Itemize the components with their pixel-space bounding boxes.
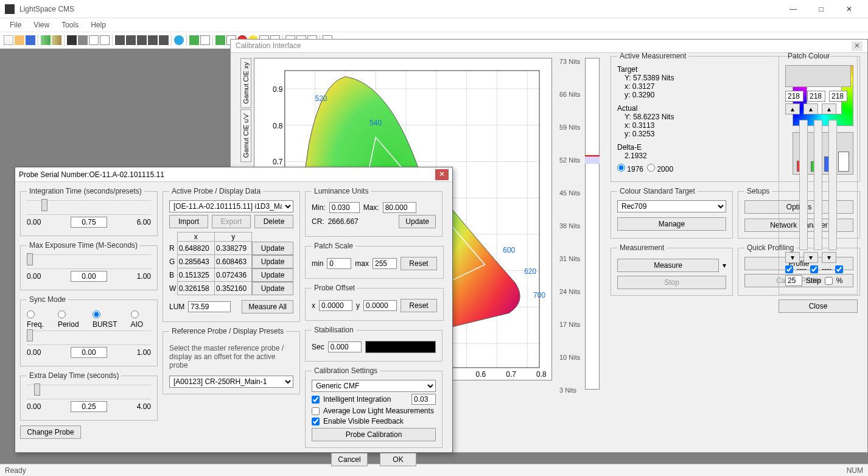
po-y[interactable] [363, 300, 397, 311]
extra-value[interactable] [71, 401, 107, 412]
slider-r[interactable] [799, 120, 808, 250]
sync-aio[interactable]: AIO [131, 310, 152, 329]
cmf-select[interactable]: Generic CMF [312, 380, 436, 392]
patch-r-input[interactable] [785, 91, 803, 102]
square-icon[interactable] [89, 35, 99, 45]
link-r[interactable] [785, 265, 793, 273]
info-icon[interactable] [174, 35, 184, 45]
patch-scale-group: Patch Scale min max Reset [305, 242, 444, 279]
delete-button[interactable]: Delete [254, 215, 293, 228]
sync-burst[interactable]: BURST [93, 310, 125, 329]
ps-reset-button[interactable]: Reset [401, 257, 437, 270]
tab-gamut-uv[interactable]: Gamut CIE u'v' [240, 109, 251, 162]
new-icon[interactable] [4, 35, 13, 45]
ps-min[interactable] [327, 258, 351, 269]
b-up-button[interactable]: ▴ [822, 103, 836, 114]
sync-freq[interactable]: Freq. [27, 310, 52, 329]
radio-1976[interactable]: 1976 [617, 164, 643, 173]
avg-check[interactable] [312, 407, 320, 415]
probe-close-button[interactable]: ✕ [435, 169, 449, 180]
maximize-button[interactable]: □ [807, 0, 835, 18]
r-down-button[interactable]: ▾ [785, 252, 800, 263]
extra-slider[interactable] [27, 385, 151, 399]
bw-icon[interactable] [67, 35, 77, 45]
calib-close-button[interactable]: ✕ [852, 41, 863, 51]
patch-b-input[interactable] [829, 91, 847, 102]
update-w-button[interactable]: Update [252, 282, 293, 295]
tool-e-icon[interactable] [159, 35, 169, 45]
minimize-button[interactable]: — [779, 0, 807, 18]
maxexp-slider[interactable] [27, 254, 151, 269]
link-b[interactable] [835, 265, 843, 273]
save-icon[interactable] [26, 35, 35, 45]
integ-slider[interactable] [27, 200, 151, 215]
matrix-icon[interactable] [200, 35, 210, 45]
update-g-button[interactable]: Update [252, 255, 293, 268]
tool-c-icon[interactable] [137, 35, 147, 45]
pct-check[interactable] [825, 277, 833, 285]
g-up-button[interactable]: ▴ [803, 103, 818, 114]
apd-combo[interactable]: [OE-11.A-02.101115.11] i1D3_Main-1 [169, 200, 293, 212]
measure-all-button[interactable]: Measure All [242, 300, 293, 313]
luminance-units-group: Luminance Units Min: Max: CR:2666.667 Up… [305, 187, 443, 237]
chevron-down-icon[interactable]: ▾ [723, 261, 726, 270]
import-button[interactable]: Import [169, 215, 208, 228]
g-down-button[interactable]: ▾ [803, 252, 818, 263]
close-panel-button[interactable]: Close [779, 299, 858, 313]
step-input[interactable] [785, 275, 802, 286]
lu-update-button[interactable]: Update [399, 215, 436, 228]
play-icon[interactable] [189, 35, 199, 45]
sync-slider[interactable] [27, 331, 151, 345]
slider-g[interactable] [814, 120, 822, 250]
radio-2000[interactable]: 2000 [647, 164, 673, 173]
cube-icon[interactable] [78, 35, 88, 45]
manage-button[interactable]: Manage [617, 217, 726, 231]
export-button[interactable]: Export [212, 215, 251, 228]
ps-max[interactable] [373, 258, 397, 269]
menu-view[interactable]: View [29, 19, 54, 30]
tool-a-icon[interactable] [115, 35, 125, 45]
close-button[interactable]: ✕ [835, 0, 863, 18]
probe-calibration-button[interactable]: Probe Calibration [312, 428, 436, 441]
b-down-button[interactable]: ▾ [822, 252, 836, 263]
lum-input[interactable] [188, 301, 231, 312]
evf-check[interactable] [312, 418, 320, 425]
measure-button[interactable]: Measure [617, 259, 719, 272]
deltae-label: Delta-E [617, 143, 786, 152]
ref-combo[interactable]: [A00123] CR-250RH_Main-1 [169, 376, 293, 388]
slider-b[interactable] [828, 120, 837, 250]
update-b-button[interactable]: Update [252, 268, 293, 282]
po-x[interactable] [319, 300, 352, 311]
po-reset-button[interactable]: Reset [401, 299, 437, 312]
patch-g-input[interactable] [807, 91, 825, 102]
play2-icon[interactable] [215, 35, 225, 45]
menu-help[interactable]: Help [86, 19, 111, 30]
integ-value[interactable] [71, 217, 107, 228]
lu-min[interactable] [329, 202, 360, 213]
r-up-button[interactable]: ▴ [785, 103, 800, 114]
sync-value[interactable] [71, 347, 107, 358]
lu-max[interactable] [383, 202, 416, 213]
ii-check[interactable] [312, 396, 320, 404]
tool-b-icon[interactable] [126, 35, 136, 45]
cst-select[interactable]: Rec709 [617, 200, 726, 212]
ok-button[interactable]: OK [380, 453, 416, 466]
cancel-button[interactable]: Cancel [331, 453, 368, 466]
gradient1-icon[interactable] [41, 35, 51, 45]
square2-icon[interactable] [100, 35, 110, 45]
change-probe-button[interactable]: Change Probe [20, 425, 81, 439]
stop-button[interactable]: Stop [617, 276, 726, 289]
stab-sec[interactable] [328, 341, 362, 352]
sync-period[interactable]: Period [58, 310, 86, 329]
menu-tools[interactable]: Tools [57, 19, 83, 30]
ii-val[interactable] [411, 394, 436, 405]
maxexp-value[interactable] [71, 271, 107, 282]
open-icon[interactable] [15, 35, 24, 45]
update-r-button[interactable]: Update [252, 242, 293, 255]
stab-color[interactable] [365, 341, 436, 353]
gradient2-icon[interactable] [52, 35, 61, 45]
link-g[interactable] [810, 265, 818, 273]
tool-d-icon[interactable] [148, 35, 158, 45]
menu-file[interactable]: File [5, 19, 26, 30]
tab-gamut-xy[interactable]: Gamut CIE xy [240, 58, 251, 108]
